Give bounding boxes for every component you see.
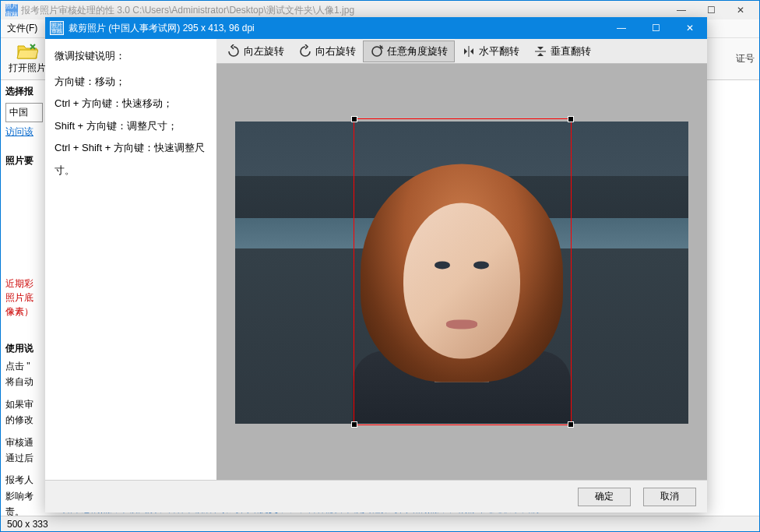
- ok-button[interactable]: 确定: [578, 488, 631, 506]
- dialog-minimize-button[interactable]: —: [604, 17, 639, 39]
- canvas-wrap: [216, 64, 707, 480]
- svg-point-0: [372, 47, 382, 56]
- photo-container[interactable]: [235, 122, 688, 424]
- dialog-app-icon: 照片审核: [50, 21, 64, 35]
- photo-image: [235, 122, 688, 424]
- parent-window-title: 报考照片审核处理的性 3.0 C:\Users\Administrator\De…: [21, 4, 354, 17]
- dialog-title: 裁剪照片 (中国人事考试网) 295 x 413, 96 dpi: [69, 22, 255, 35]
- help-line: Shift + 方向键：调整尺寸；: [55, 115, 207, 138]
- cert-label: 证号: [736, 52, 755, 65]
- help-panel: 微调按键说明： 方向键：移动； Ctrl + 方向键：快速移动； Shift +…: [45, 39, 216, 480]
- flip-vertical-button[interactable]: 垂直翻转: [526, 41, 598, 62]
- image-toolbar: 向左旋转 向右旋转 任意角度旋转: [216, 39, 707, 64]
- photo-req-label: 照片要: [5, 154, 43, 167]
- dialog-maximize-button[interactable]: ☐: [639, 17, 673, 39]
- help-line: Ctrl + Shift + 方向键：快速调整尺寸。: [55, 137, 207, 181]
- help-line: Ctrl + 方向键：快速移动；: [55, 93, 207, 115]
- photo-warning: 近期彩 照片底 像素）: [5, 277, 43, 319]
- left-panel: 选择报 中国 访问该 照片要 近期彩 照片底 像素） 使用说 点击 " 将自动 …: [1, 80, 48, 516]
- rotate-right-button[interactable]: 向右旋转: [291, 41, 363, 62]
- open-photo-button[interactable]: 打开照片: [5, 41, 49, 76]
- menu-file[interactable]: 文件(F): [7, 22, 37, 35]
- parent-maximize-button[interactable]: ☐: [697, 2, 725, 19]
- flip-vertical-icon: [533, 44, 547, 58]
- dialog-footer: 确定 取消: [45, 480, 707, 513]
- parent-close-button[interactable]: ✕: [727, 2, 755, 19]
- rotate-any-icon: [370, 44, 384, 58]
- rotate-any-button[interactable]: 任意角度旋转: [363, 41, 455, 62]
- select-site-label: 选择报: [5, 85, 43, 98]
- rotate-left-button[interactable]: 向左旋转: [220, 41, 291, 62]
- app-icon: 照片审核: [5, 4, 18, 16]
- image-area: 向左旋转 向右旋转 任意角度旋转: [216, 39, 707, 480]
- flip-horizontal-button[interactable]: 水平翻转: [455, 41, 526, 62]
- flip-horizontal-icon: [462, 44, 476, 58]
- folder-open-icon: [16, 43, 38, 60]
- usage-text: 点击 " 将自动 如果审 的修改 审核通 通过后 报考人 影响考 责。: [5, 358, 43, 516]
- dialog-titlebar[interactable]: 照片审核 裁剪照片 (中国人事考试网) 295 x 413, 96 dpi — …: [45, 17, 707, 39]
- parent-statusbar: 500 x 333: [1, 516, 759, 531]
- usage-title: 使用说: [5, 342, 43, 355]
- dialog-close-button[interactable]: ✕: [673, 17, 707, 39]
- site-dropdown[interactable]: 中国: [5, 103, 43, 122]
- cancel-button[interactable]: 取消: [643, 488, 696, 506]
- rotate-left-icon: [227, 44, 241, 58]
- crop-dialog: 照片审核 裁剪照片 (中国人事考试网) 295 x 413, 96 dpi — …: [45, 17, 707, 513]
- help-title: 微调按键说明：: [55, 45, 207, 68]
- parent-minimize-button[interactable]: —: [667, 2, 695, 19]
- rotate-right-icon: [298, 44, 312, 58]
- visit-site-link[interactable]: 访问该: [5, 126, 33, 137]
- open-photo-label: 打开照片: [9, 62, 46, 75]
- status-dimensions: 500 x 333: [7, 519, 48, 530]
- help-line: 方向键：移动；: [55, 71, 207, 93]
